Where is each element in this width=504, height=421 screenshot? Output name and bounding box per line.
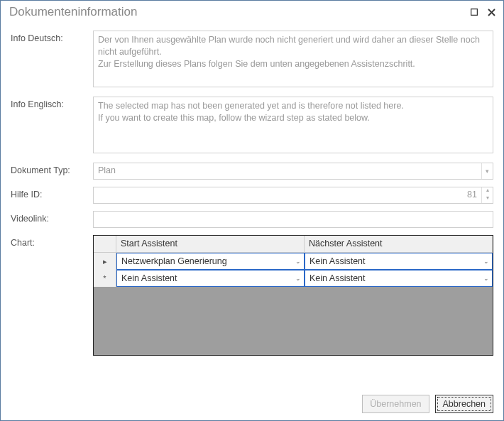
info-en-textarea[interactable] xyxy=(93,97,493,153)
apply-button[interactable]: Übernehmen xyxy=(362,395,429,413)
chevron-down-icon[interactable]: ⌄ xyxy=(481,275,492,282)
label-doc-type: Dokument Typ: xyxy=(11,163,93,175)
form-content: Info Deutsch: Info Englisch: Dokument Ty… xyxy=(1,23,503,356)
doc-type-value: Plan xyxy=(94,163,481,179)
window-title: Dokumenteninformation xyxy=(9,5,137,19)
col-next-assistent[interactable]: Nächster Assistent xyxy=(305,236,493,252)
cell-start-assistent[interactable]: Netzwerkplan Generierung ⌄ xyxy=(116,253,305,270)
maximize-icon[interactable] xyxy=(466,4,482,20)
spinner-buttons[interactable]: ▴ ▾ xyxy=(481,187,493,203)
videolink-input[interactable] xyxy=(93,211,493,228)
label-chart: Chart: xyxy=(11,235,93,248)
grid-row[interactable]: * Kein Assistent ⌄ Kein Assistent ⌄ xyxy=(94,270,493,287)
col-start-assistent[interactable]: Start Assistent xyxy=(116,236,305,252)
row-marker: * xyxy=(94,270,116,287)
grid-header: Start Assistent Nächster Assistent xyxy=(94,236,493,253)
chevron-down-icon[interactable]: ⌄ xyxy=(292,258,304,265)
help-id-value: 81 xyxy=(94,187,481,203)
cell-next-assistent[interactable]: Kein Assistent ⌄ xyxy=(305,270,493,287)
chevron-down-icon[interactable]: ▾ xyxy=(486,195,489,203)
grid-corner xyxy=(94,236,116,252)
cell-start-assistent[interactable]: Kein Assistent ⌄ xyxy=(116,270,305,287)
cell-next-assistent[interactable]: Kein Assistent ⌄ xyxy=(305,253,493,270)
chevron-down-icon[interactable]: ⌄ xyxy=(481,258,492,265)
help-id-spinner[interactable]: 81 ▴ ▾ xyxy=(93,187,493,204)
cancel-button[interactable]: Abbrechen xyxy=(435,395,493,413)
dialog-footer: Übernehmen Abbrechen xyxy=(362,395,493,413)
info-de-textarea[interactable] xyxy=(93,31,493,87)
row-marker: ▸ xyxy=(94,253,116,270)
close-icon[interactable] xyxy=(483,4,499,20)
grid-row[interactable]: ▸ Netzwerkplan Generierung ⌄ Kein Assist… xyxy=(94,253,493,270)
chevron-down-icon: ▾ xyxy=(481,163,493,179)
label-info-en: Info Englisch: xyxy=(11,97,93,109)
svg-rect-0 xyxy=(471,9,478,16)
assistants-grid[interactable]: Start Assistent Nächster Assistent ▸ Net… xyxy=(93,235,493,356)
chevron-down-icon[interactable]: ⌄ xyxy=(292,275,304,282)
titlebar: Dokumenteninformation xyxy=(1,1,503,23)
label-videolink: Videolink: xyxy=(11,211,93,224)
label-info-de: Info Deutsch: xyxy=(11,31,93,43)
grid-empty-area xyxy=(94,287,493,355)
doc-type-select[interactable]: Plan ▾ xyxy=(93,163,493,180)
label-help-id: Hilfe ID: xyxy=(11,187,93,199)
